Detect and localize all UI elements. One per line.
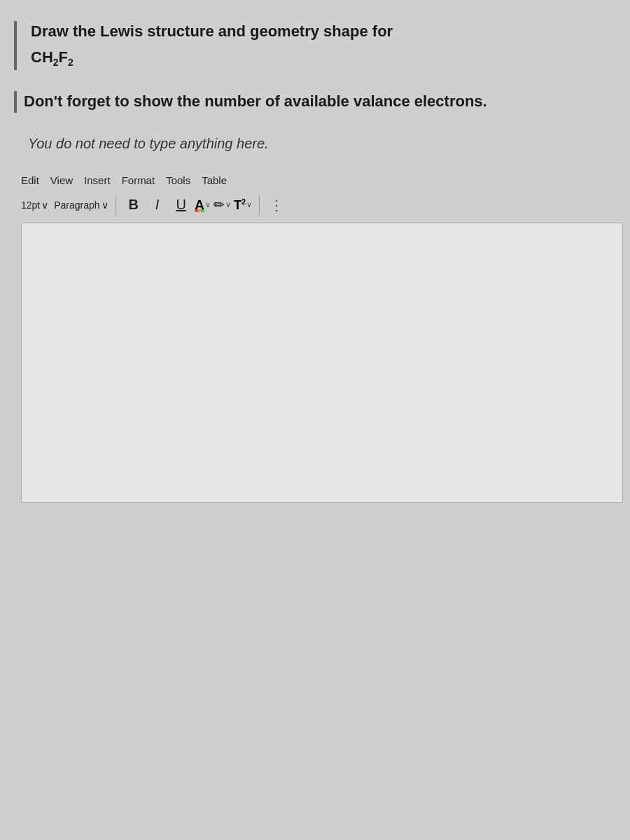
italic-button[interactable]: I bbox=[147, 195, 168, 216]
paragraph-select[interactable]: Paragraph ∨ bbox=[54, 200, 108, 211]
underline-button[interactable]: U bbox=[171, 195, 192, 216]
font-color-button[interactable]: A ∨ bbox=[195, 198, 211, 212]
toolbar: 12pt ∨ Paragraph ∨ B I U bbox=[21, 192, 616, 218]
superscript-button[interactable]: T2 ∨ bbox=[234, 197, 252, 213]
reminder-text: Don't forget to show the number of avail… bbox=[24, 91, 616, 113]
menu-table[interactable]: Table bbox=[202, 174, 227, 186]
question-line1: Draw the Lewis structure and geometry sh… bbox=[24, 21, 616, 43]
toolbar-divider-2 bbox=[259, 195, 260, 215]
paragraph-chevron: ∨ bbox=[102, 200, 108, 211]
text-editor-area[interactable] bbox=[21, 223, 623, 503]
bold-button[interactable]: B bbox=[123, 195, 144, 216]
toolbar-divider bbox=[115, 195, 116, 215]
menu-insert[interactable]: Insert bbox=[84, 174, 111, 186]
font-size-select[interactable]: 12pt ∨ bbox=[21, 200, 48, 211]
paragraph-label: Paragraph bbox=[54, 200, 99, 211]
more-options-button[interactable]: ⋮ bbox=[270, 197, 284, 214]
menu-view[interactable]: View bbox=[50, 174, 73, 186]
font-size-chevron: ∨ bbox=[41, 200, 48, 211]
instruction-text: You do not need to type anything here. bbox=[21, 134, 616, 153]
formula-line: CH2F2 bbox=[24, 47, 616, 70]
menu-format[interactable]: Format bbox=[122, 174, 155, 186]
editor-container: Edit View Insert Format Tools Table 12pt… bbox=[14, 174, 616, 503]
menu-edit[interactable]: Edit bbox=[21, 174, 39, 186]
menu-bar: Edit View Insert Format Tools Table bbox=[21, 174, 616, 186]
highlight-button[interactable]: ✏ ∨ bbox=[214, 197, 231, 213]
menu-tools[interactable]: Tools bbox=[166, 174, 190, 186]
font-size-value: 12pt bbox=[21, 200, 40, 211]
page: Draw the Lewis structure and geometry sh… bbox=[0, 0, 630, 840]
